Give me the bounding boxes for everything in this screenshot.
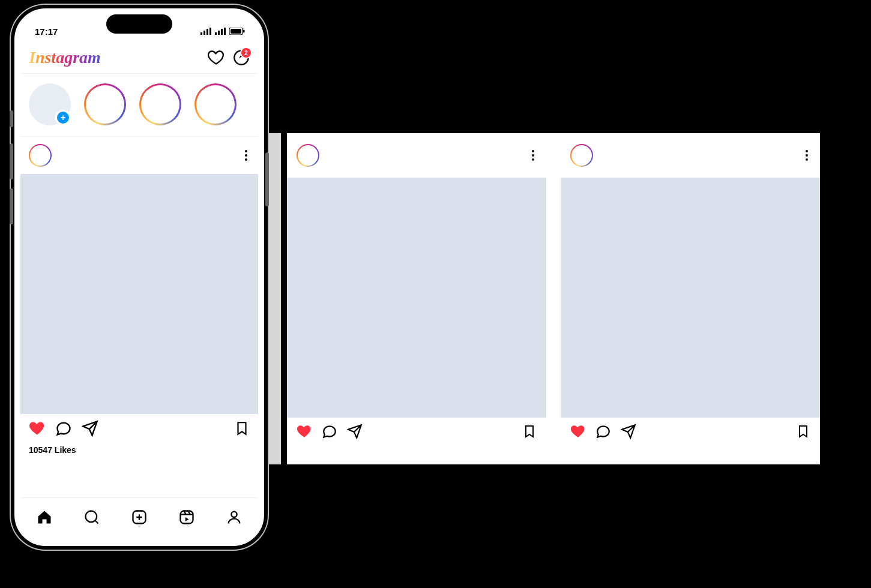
svg-rect-2 bbox=[206, 29, 208, 35]
phone-volume-down bbox=[10, 188, 13, 224]
share-icon[interactable] bbox=[82, 420, 98, 437]
likes-line[interactable]: 10547 Likes bbox=[20, 440, 258, 458]
phone-volume-up bbox=[10, 143, 13, 179]
story-your-story[interactable]: + bbox=[29, 83, 71, 125]
phone-notch bbox=[106, 14, 172, 34]
post-author-avatar[interactable] bbox=[297, 144, 319, 167]
svg-rect-9 bbox=[231, 29, 241, 34]
tab-home[interactable] bbox=[36, 509, 53, 526]
bookmark-icon[interactable] bbox=[796, 424, 810, 439]
like-icon[interactable] bbox=[297, 424, 312, 439]
post-image-placeholder[interactable] bbox=[20, 174, 258, 414]
post-image-placeholder[interactable] bbox=[287, 178, 546, 418]
share-icon[interactable] bbox=[347, 424, 363, 439]
share-icon[interactable] bbox=[621, 424, 636, 439]
story-item[interactable] bbox=[84, 83, 126, 125]
comment-icon[interactable] bbox=[322, 424, 337, 439]
phone-mute-switch bbox=[10, 110, 13, 127]
signal-icon bbox=[200, 28, 211, 35]
post-author-avatar[interactable] bbox=[570, 144, 593, 167]
direct-messages-button[interactable]: 2 bbox=[233, 49, 250, 66]
svg-rect-7 bbox=[224, 28, 226, 35]
dm-badge: 2 bbox=[240, 47, 252, 59]
external-post-2 bbox=[561, 133, 820, 451]
tab-search[interactable] bbox=[83, 509, 100, 526]
tab-create[interactable] bbox=[131, 509, 148, 526]
svg-point-12 bbox=[85, 511, 97, 523]
activity-heart-icon[interactable] bbox=[208, 49, 225, 66]
post-more-button[interactable] bbox=[803, 148, 810, 163]
instagram-logo[interactable]: Instagram bbox=[29, 48, 101, 67]
signal-icon bbox=[215, 28, 226, 35]
likes-suffix: Likes bbox=[55, 445, 76, 455]
comment-icon[interactable] bbox=[55, 420, 72, 437]
comment-icon[interactable] bbox=[595, 424, 611, 439]
plus-icon: + bbox=[55, 110, 71, 125]
bookmark-icon[interactable] bbox=[234, 421, 250, 436]
svg-rect-1 bbox=[203, 31, 205, 35]
external-post-1 bbox=[287, 133, 546, 451]
tab-profile[interactable] bbox=[226, 509, 243, 526]
svg-point-15 bbox=[232, 512, 237, 517]
post-image-placeholder[interactable] bbox=[561, 178, 820, 418]
like-icon[interactable] bbox=[570, 424, 586, 439]
svg-rect-4 bbox=[215, 32, 217, 35]
svg-rect-0 bbox=[200, 32, 202, 35]
story-item[interactable] bbox=[139, 83, 181, 125]
post-more-button[interactable] bbox=[529, 148, 537, 163]
stories-row[interactable]: + bbox=[20, 74, 258, 137]
battery-icon bbox=[229, 28, 245, 35]
phone-power-button bbox=[265, 152, 269, 206]
tab-reels[interactable] bbox=[178, 509, 195, 526]
svg-rect-3 bbox=[209, 28, 211, 35]
svg-rect-10 bbox=[243, 30, 245, 33]
phone-frame: 17:17 Instagram bbox=[11, 5, 268, 550]
svg-rect-5 bbox=[218, 31, 220, 35]
likes-count: 10547 bbox=[29, 445, 52, 455]
status-time: 17:17 bbox=[35, 26, 58, 37]
post-author-avatar[interactable] bbox=[29, 144, 52, 167]
bookmark-icon[interactable] bbox=[522, 424, 537, 439]
bottom-tab-bar bbox=[20, 497, 258, 536]
like-icon[interactable] bbox=[29, 420, 46, 437]
post-more-button[interactable] bbox=[243, 148, 250, 163]
story-item[interactable] bbox=[194, 83, 237, 125]
svg-rect-6 bbox=[221, 29, 223, 35]
svg-rect-14 bbox=[181, 511, 193, 524]
